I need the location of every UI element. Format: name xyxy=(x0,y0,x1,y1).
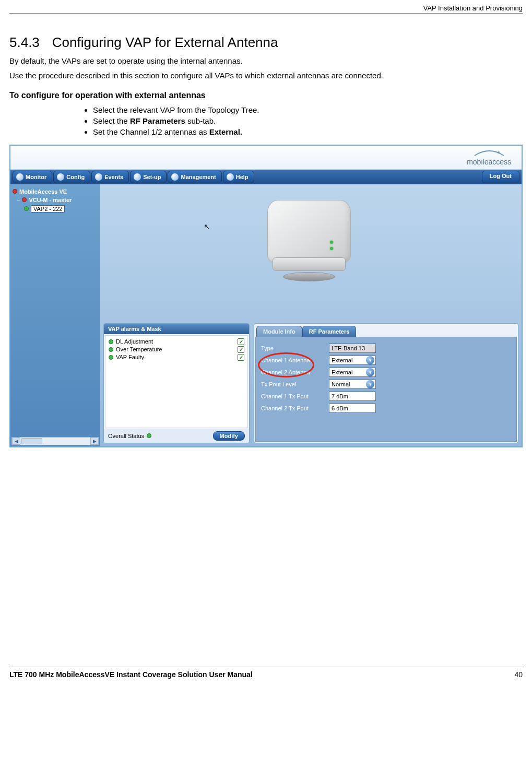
chevron-down-icon: ▾ xyxy=(366,380,374,388)
tab-rf-parameters[interactable]: RF Parameters xyxy=(302,326,357,337)
list-item: Set the Channel 1/2 antennas as External… xyxy=(93,127,523,136)
ch1-tx-pout-value: 7 dBm xyxy=(329,392,376,401)
paragraph: By default, the VAPs are set to operate … xyxy=(9,56,523,66)
page-number: 40 xyxy=(514,670,523,679)
status-dot-icon xyxy=(24,206,29,211)
ch2-tx-pout-value: 6 dBm xyxy=(329,404,376,413)
tree-node-vap2[interactable]: VAP2 - 222 xyxy=(24,205,98,212)
panel-title: VAP alarms & Mask xyxy=(104,324,249,334)
rf-parameters-panel: Module Info RF Parameters Type LTE-Band … xyxy=(254,323,518,443)
overall-status-label: Overall Status xyxy=(108,433,144,439)
vap-alarms-panel: VAP alarms & Mask DL Adjustment ✓ Over T… xyxy=(103,323,250,443)
logout-button[interactable]: Log Out xyxy=(482,171,519,183)
alarms-list: DL Adjustment ✓ Over Temperature ✓ VAP F… xyxy=(105,335,248,428)
section-heading: 5.4.3 Configuring VAP for External Anten… xyxy=(9,34,523,51)
field-label: Type xyxy=(261,345,324,351)
alarm-row: DL Adjustment ✓ xyxy=(108,338,245,346)
star-icon xyxy=(134,173,141,181)
brand-bar: mobileaccess xyxy=(10,146,522,170)
field-ch1-tx-pout: Channel 1 Tx Pout 7 dBm xyxy=(261,392,511,401)
alarm-label: VAP Faulty xyxy=(116,354,144,360)
field-ch2-antenna: Channel 2 Antenna External▾ xyxy=(261,368,511,377)
main-content: ↖ VAP alarms & Mask DL Adjustment xyxy=(100,184,522,446)
chevron-down-icon: ▾ xyxy=(366,368,374,376)
field-type: Type LTE-Band 13 xyxy=(261,344,511,353)
section-number: 5.4.3 xyxy=(9,34,40,51)
screenshot-mobileaccess-ui: mobileaccess Monitor Config Events Set-u… xyxy=(9,145,523,447)
alarm-mask-checkbox[interactable]: ✓ xyxy=(238,346,244,353)
status-dot-icon xyxy=(147,433,151,438)
nav-management[interactable]: Management xyxy=(168,171,221,183)
footer-title: LTE 700 MHz MobileAccessVE Instant Cover… xyxy=(9,670,253,679)
modify-button[interactable]: Modify xyxy=(213,431,245,441)
alarm-label: DL Adjustment xyxy=(116,338,153,345)
list-item: Select the relevant VAP from the Topolog… xyxy=(93,105,523,114)
field-label: Tx Pout Level xyxy=(261,381,324,387)
nav-setup[interactable]: Set-up xyxy=(130,171,167,183)
tab-module-info[interactable]: Module Info xyxy=(256,326,302,337)
tree-label: VCU-M - master xyxy=(29,197,72,203)
tree-label: MobileAccess VE xyxy=(19,188,67,195)
nav-label: Management xyxy=(181,174,216,180)
field-ch1-antenna: Channel 1 Antenna External▾ xyxy=(261,356,511,365)
section-title: Configuring VAP for External Antenna xyxy=(52,34,278,51)
topology-tree: MobileAccess VE − VCU-M - master VAP2 - … xyxy=(10,184,100,446)
alarm-row: VAP Faulty ✓ xyxy=(108,353,245,361)
help-icon xyxy=(227,173,234,181)
nav-events[interactable]: Events xyxy=(91,171,129,183)
list-item: Select the RF Parameters sub-tab. xyxy=(93,116,523,125)
alarm-mask-checkbox[interactable]: ✓ xyxy=(238,354,244,361)
nav-monitor[interactable]: Monitor xyxy=(13,171,52,183)
status-dot-icon xyxy=(109,339,113,344)
users-icon xyxy=(171,173,179,181)
chevron-down-icon: ▾ xyxy=(366,356,374,364)
field-label: Channel 2 Tx Pout xyxy=(261,405,324,411)
scroll-thumb[interactable] xyxy=(21,438,42,444)
nav-label: Events xyxy=(104,174,123,180)
swoosh-icon xyxy=(474,148,505,158)
field-label: Channel 1 Antenna xyxy=(261,357,324,363)
nav-label: Help xyxy=(236,174,249,180)
nav-config[interactable]: Config xyxy=(53,171,90,183)
field-ch2-tx-pout: Channel 2 Tx Pout 6 dBm xyxy=(261,404,511,413)
instruction-list: Select the relevant VAP from the Topolog… xyxy=(93,105,523,136)
field-tx-pout-level: Tx Pout Level Normal▾ xyxy=(261,380,511,389)
wrench-icon xyxy=(57,173,64,181)
tree-root[interactable]: MobileAccess VE xyxy=(13,188,98,195)
alarms-footer: Overall Status Modify xyxy=(104,429,249,443)
nav-label: Set-up xyxy=(143,174,161,180)
tree-label-selected: VAP2 - 222 xyxy=(31,205,65,212)
brand-logo: mobileaccess xyxy=(467,148,511,166)
scroll-right-icon[interactable]: ▶ xyxy=(90,438,99,445)
alarm-row: Over Temperature ✓ xyxy=(108,346,245,353)
rf-form: Type LTE-Band 13 Channel 1 Antenna Exter… xyxy=(255,337,517,442)
running-header: VAP Installation and Provisioning xyxy=(9,0,523,14)
field-label: Channel 1 Tx Pout xyxy=(261,393,324,399)
page-footer: LTE 700 MHz MobileAccessVE Instant Cover… xyxy=(9,667,523,682)
monitor-icon xyxy=(16,173,23,181)
cursor-icon: ↖ xyxy=(204,222,210,232)
status-dot-icon xyxy=(109,355,113,360)
status-dot-icon xyxy=(109,347,113,352)
tree-node-vcu[interactable]: − VCU-M - master xyxy=(17,197,98,203)
paragraph: Use the procedure described in this sect… xyxy=(9,70,523,81)
nav-bar: Monitor Config Events Set-up Management … xyxy=(10,170,522,184)
nav-help[interactable]: Help xyxy=(223,171,254,183)
scroll-left-icon[interactable]: ◀ xyxy=(12,438,20,445)
ch1-antenna-dropdown[interactable]: External▾ xyxy=(329,356,376,365)
field-label: Channel 2 Antenna xyxy=(261,369,324,375)
tx-pout-level-dropdown[interactable]: Normal▾ xyxy=(329,380,376,389)
subheading: To configure for operation with external… xyxy=(9,91,523,100)
svg-point-0 xyxy=(498,151,500,153)
events-icon xyxy=(95,173,102,181)
nav-label: Config xyxy=(66,174,85,180)
alarm-label: Over Temperature xyxy=(116,346,162,352)
tabs: Module Info RF Parameters xyxy=(254,324,518,337)
type-value: LTE-Band 13 xyxy=(329,344,376,353)
alarm-mask-checkbox[interactable]: ✓ xyxy=(238,338,244,345)
ch2-antenna-dropdown[interactable]: External▾ xyxy=(329,368,376,377)
nav-label: Monitor xyxy=(26,174,46,180)
status-dot-icon xyxy=(13,189,17,194)
sidebar-scrollbar[interactable]: ◀ ▶ xyxy=(11,437,99,445)
status-dot-icon xyxy=(22,197,27,202)
